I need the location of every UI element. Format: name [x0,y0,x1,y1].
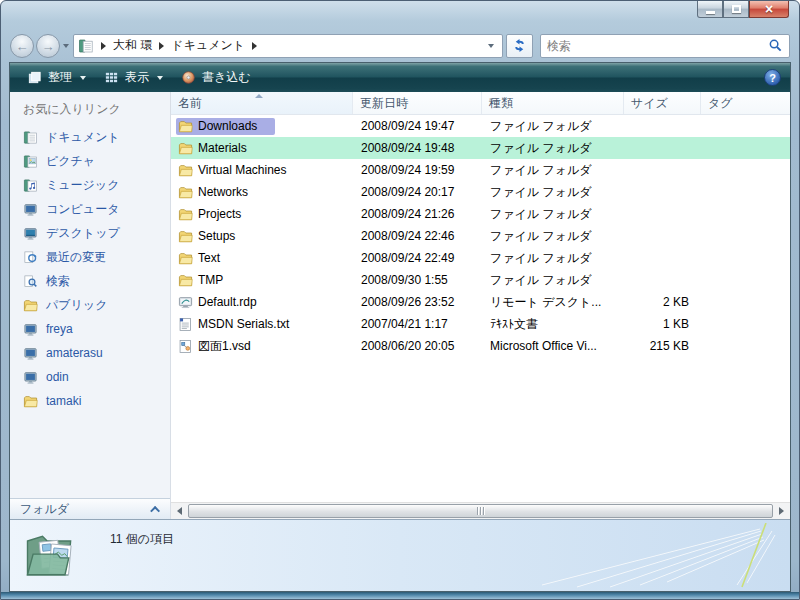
file-row-default-rdp[interactable]: Default.rdp 2008/09/26 23:52 リモート デスクト..… [171,291,790,313]
file-name: Networks [198,185,248,199]
chevron-up-icon [150,505,160,515]
file-date: 2008/09/24 22:49 [353,251,482,265]
file-name: Default.rdp [198,295,257,309]
horizontal-scrollbar[interactable] [171,502,790,519]
scrollbar-thumb[interactable] [188,504,773,518]
folder-icon [178,273,193,288]
sidebar-item-search[interactable]: 検索 [10,269,170,293]
file-row-materials[interactable]: Materials 2008/09/24 19:48 ファイル フォルダ [171,137,790,159]
file-type: ファイル フォルダ [482,272,624,289]
refresh-icon [512,38,527,53]
sidebar-item-desktop[interactable]: デスクトップ [10,221,170,245]
folders-expander[interactable]: フォルダ [10,498,170,519]
music-icon [23,178,38,193]
file-row-projects[interactable]: Projects 2008/09/24 21:26 ファイル フォルダ [171,203,790,225]
computer-icon [23,346,38,361]
close-button[interactable] [749,1,789,18]
views-icon [104,70,119,85]
file-name: Downloads [198,119,257,133]
organize-menu-button[interactable]: 整理 [18,66,95,89]
sidebar-item-freya[interactable]: freya [10,317,170,341]
organize-label: 整理 [48,69,72,86]
column-header-size[interactable]: サイズ [624,92,701,114]
sidebar-item-odin[interactable]: odin [10,365,170,389]
file-date: 2008/09/26 23:52 [353,295,482,309]
burn-button[interactable]: 書き込む [172,66,260,89]
file-row-downloads[interactable]: Downloads 2008/09/24 19:47 ファイル フォルダ [171,115,790,137]
views-menu-button[interactable]: 表示 [95,66,172,89]
file-size: 2 KB [624,295,701,309]
sidebar-item-label: デスクトップ [46,225,120,242]
sidebar-item-public[interactable]: パブリック [10,293,170,317]
help-button[interactable] [764,69,781,86]
favorite-links-header: お気に入りリンク [10,92,170,125]
column-header-type[interactable]: 種類 [482,92,624,114]
aero-feather-decoration [532,523,782,589]
explorer-window: 大和 環 ドキュメント 整理 表示 [0,0,800,600]
scroll-right-icon [779,507,784,515]
file-type: リモート デスクト... [482,294,624,311]
sidebar-item-label: 最近の変更 [46,249,106,266]
breadcrumb-documents[interactable]: ドキュメント [171,37,245,54]
navigation-pane: お気に入りリンク ドキュメント ピクチャ ミュージック コンピュータ [10,92,171,519]
forward-button[interactable] [36,34,60,58]
file-date: 2008/09/24 21:26 [353,207,482,221]
file-row-virtual-machines[interactable]: Virtual Machines 2008/09/24 19:59 ファイル フ… [171,159,790,181]
folder-icon [23,394,38,409]
sidebar-item-music[interactable]: ミュージック [10,173,170,197]
file-type: ﾃｷｽﾄ文書 [482,316,624,333]
history-dropdown-icon[interactable] [63,44,69,48]
breadcrumb-user[interactable]: 大和 環 [113,37,152,54]
file-row-tmp[interactable]: TMP 2008/09/30 1:55 ファイル フォルダ [171,269,790,291]
file-row-text[interactable]: Text 2008/09/24 22:49 ファイル フォルダ [171,247,790,269]
file-type: ファイル フォルダ [482,162,624,179]
sidebar-item-label: パブリック [46,297,107,314]
computer-icon [23,322,38,337]
column-header-tags[interactable]: タグ [701,92,790,114]
file-date: 2008/06/20 20:05 [353,339,482,353]
folders-label: フォルダ [20,501,69,518]
file-date: 2008/09/24 19:48 [353,141,482,155]
column-header-date-modified[interactable]: 更新日時 [353,92,482,114]
chevron-down-icon [157,76,163,80]
scrollbar-grip [477,507,478,515]
file-name: 図面1.vsd [198,338,251,355]
computer-icon [23,202,38,217]
sidebar-item-tamaki[interactable]: tamaki [10,389,170,413]
sidebar-item-label: amaterasu [46,346,103,360]
scroll-left-button[interactable] [171,503,188,519]
window-controls [697,1,789,18]
search-icon[interactable] [768,38,783,53]
main-area: お気に入りリンク ドキュメント ピクチャ ミュージック コンピュータ [10,92,790,519]
column-header-row: 名前 更新日時 種類 サイズ タグ [171,92,790,115]
sidebar-item-label: ドキュメント [46,129,120,146]
address-dropdown-icon[interactable] [488,44,494,48]
navigation-bar: 大和 環 ドキュメント [10,32,790,59]
sidebar-item-documents[interactable]: ドキュメント [10,125,170,149]
file-row-networks[interactable]: Networks 2008/09/24 20:17 ファイル フォルダ [171,181,790,203]
burn-disc-icon [181,70,196,85]
file-name: Materials [198,141,247,155]
file-row-msdn-serials-txt[interactable]: MSDN Serials.txt 2007/04/21 1:17 ﾃｷｽﾄ文書 … [171,313,790,335]
sidebar-item-label: ピクチャ [46,153,95,170]
back-button[interactable] [10,34,34,58]
sidebar-item-computer[interactable]: コンピュータ [10,197,170,221]
address-bar[interactable]: 大和 環 ドキュメント [73,34,503,58]
sidebar-item-label: 検索 [46,273,70,290]
sidebar-item-pictures[interactable]: ピクチャ [10,149,170,173]
scroll-left-icon [177,507,182,515]
refresh-button[interactable] [506,34,533,58]
sidebar-item-recent-changes[interactable]: 最近の変更 [10,245,170,269]
file-row-zumen1-vsd[interactable]: 図面1.vsd 2008/06/20 20:05 Microsoft Offic… [171,335,790,357]
file-name: TMP [198,273,223,287]
folder-icon [178,141,193,156]
scroll-right-button[interactable] [773,503,790,519]
file-row-setups[interactable]: Setups 2008/09/24 22:46 ファイル フォルダ [171,225,790,247]
search-input[interactable] [547,39,768,53]
file-size: 215 KB [624,339,701,353]
sidebar-item-amaterasu[interactable]: amaterasu [10,341,170,365]
column-header-name[interactable]: 名前 [171,92,353,114]
minimize-button[interactable] [697,1,723,18]
maximize-button[interactable] [723,1,749,18]
documents-icon [23,130,38,145]
